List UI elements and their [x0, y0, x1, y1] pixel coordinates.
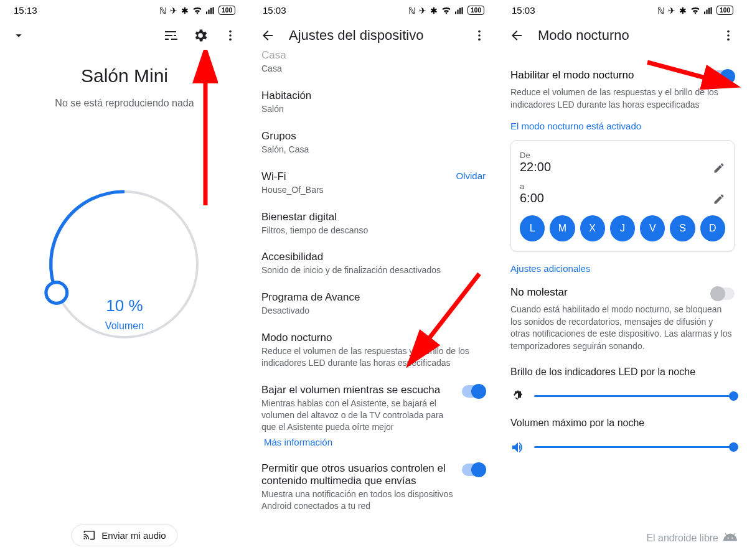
app-bar: Modo nocturno [498, 18, 747, 53]
more-icon[interactable] [720, 27, 737, 44]
svg-point-7 [478, 34, 481, 37]
status-bar: 15:13 ℕ ✈ ✱ 100 [0, 0, 249, 18]
allow-control-toggle[interactable] [462, 464, 486, 476]
volume-label: Volumen [44, 320, 205, 332]
wifi-icon [192, 7, 202, 14]
more-icon[interactable] [471, 27, 488, 44]
cast-audio-button[interactable]: Enviar mi audio [71, 525, 177, 546]
playback-status: No se está reproduciendo nada [0, 98, 249, 109]
enable-night-label: Habilitar el modo nocturno [510, 69, 634, 82]
gear-icon[interactable] [192, 27, 209, 44]
volume-value: 10 % [44, 296, 205, 315]
dnd-toggle[interactable] [711, 287, 735, 300]
edit-from-icon[interactable] [713, 162, 725, 174]
battery-indicator: 100 [716, 6, 733, 15]
status-icons: ℕ ✈ ✱ 100 [408, 6, 484, 16]
dnd-label: No molestar [510, 286, 568, 299]
wifi-icon [441, 7, 451, 14]
svg-point-6 [478, 30, 481, 33]
enable-night-desc: Reduce el volumen de las respuestas y el… [510, 86, 735, 111]
signal-icon [455, 7, 464, 14]
day-chip[interactable]: L [520, 215, 545, 241]
schedule-to-row[interactable]: a 6:00 [520, 179, 725, 210]
app-bar [0, 18, 249, 53]
day-chip[interactable]: V [640, 215, 665, 241]
lower-volume-toggle[interactable] [462, 385, 486, 398]
back-button[interactable] [259, 27, 276, 44]
equalizer-button[interactable] [162, 27, 179, 44]
status-icons: ℕ ✈ ✱ 100 [159, 6, 235, 16]
bluetooth-icon: ✱ [181, 6, 189, 16]
schedule-from-row[interactable]: De 22:00 [520, 148, 725, 179]
svg-point-0 [229, 30, 232, 33]
dnd-icon: ✈ [419, 6, 426, 16]
device-title: Salón Mini [0, 65, 249, 86]
led-brightness-slider[interactable] [510, 389, 735, 404]
status-time: 15:13 [14, 5, 37, 16]
svg-point-11 [727, 34, 730, 37]
status-bar: 15:03 ℕ ✈ ✱ 100 [498, 0, 747, 18]
settings-list: Casa Casa Habitación Salón Grupos Salón,… [249, 49, 498, 519]
list-item-room[interactable]: Habitación Salón [261, 82, 486, 123]
list-item-wifi[interactable]: Wi-Fi House_Of_Bars Olvidar [261, 163, 486, 203]
dnd-desc: Cuando está habilitado el modo nocturno,… [510, 304, 735, 352]
max-volume-slider[interactable] [510, 440, 735, 455]
wifi-icon [690, 7, 700, 14]
page-title: Ajustes del dispositivo [289, 27, 458, 44]
night-status-link[interactable]: El modo nocturno está activado [510, 121, 735, 131]
back-button[interactable] [508, 27, 525, 44]
night-mode-body: Habilitar el modo nocturno Reduce el vol… [498, 69, 747, 455]
list-item-preview[interactable]: Programa de Avance Desactivado [261, 284, 486, 324]
signal-icon [206, 7, 215, 14]
status-time: 15:03 [263, 5, 286, 16]
day-chip[interactable]: S [670, 215, 695, 241]
wifi-forget-link[interactable]: Olvidar [456, 170, 486, 181]
cast-icon [83, 531, 95, 541]
collapse-button[interactable] [10, 27, 27, 44]
dnd-icon: ✈ [668, 6, 675, 16]
android-icon [722, 531, 738, 545]
day-chip[interactable]: J [610, 215, 635, 241]
enable-night-toggle[interactable] [711, 70, 735, 83]
list-item-wellbeing[interactable]: Bienestar digital Filtros, tiempo de des… [261, 203, 486, 244]
more-icon[interactable] [222, 27, 239, 44]
panel-night-mode: 15:03 ℕ ✈ ✱ 100 Modo nocturno Habilitar … [498, 0, 747, 560]
list-item-groups[interactable]: Grupos Salón, Casa [261, 123, 486, 163]
app-bar: Ajustes del dispositivo [249, 18, 498, 53]
battery-indicator: 100 [218, 6, 235, 15]
schedule-card: De 22:00 a 6:00 L M X J [510, 140, 735, 252]
bluetooth-icon: ✱ [679, 6, 687, 16]
list-item-night-mode[interactable]: Modo nocturno Reduce el volumen de las r… [261, 324, 486, 376]
more-info-link[interactable]: Más información [264, 437, 486, 447]
day-chip[interactable]: X [580, 215, 605, 241]
svg-point-1 [229, 34, 232, 37]
edit-to-icon[interactable] [713, 193, 725, 205]
nfc-icon: ℕ [657, 6, 664, 16]
battery-indicator: 100 [467, 6, 484, 15]
nfc-icon: ℕ [159, 6, 166, 16]
dnd-icon: ✈ [170, 6, 177, 16]
extra-settings-link[interactable]: Ajustes adicionales [510, 263, 735, 274]
list-item-lower-volume[interactable]: Bajar el volumen mientras se escucha Mie… [261, 376, 486, 455]
page-title: Modo nocturno [538, 27, 707, 44]
svg-point-8 [478, 39, 481, 41]
max-volume-label: Volumen máximo por la noche [510, 418, 735, 429]
day-chip[interactable]: M [550, 215, 575, 241]
volume-dial[interactable]: 10 % Volumen [44, 184, 205, 345]
list-item-allow-control[interactable]: Permitir que otros usuarios controlen el… [261, 455, 486, 520]
list-item[interactable]: Casa Casa [261, 49, 486, 82]
brightness-icon [510, 389, 525, 404]
status-bar: 15:03 ℕ ✈ ✱ 100 [249, 0, 498, 18]
nfc-icon: ℕ [408, 6, 415, 16]
list-item-accessibility[interactable]: Accesibilidad Sonido de inicio y de fina… [261, 243, 486, 284]
led-brightness-label: Brillo de los indicadores LED por la noc… [510, 366, 735, 378]
day-picker: L M X J V S D [520, 215, 725, 241]
status-time: 15:03 [512, 5, 535, 16]
day-chip[interactable]: D [700, 215, 725, 241]
svg-point-2 [229, 39, 232, 41]
signal-icon [704, 7, 713, 14]
volume-icon [510, 440, 525, 455]
panel-device-player: 15:13 ℕ ✈ ✱ 100 Salón Mini No se [0, 0, 249, 560]
watermark: El androide libre [646, 531, 738, 545]
svg-point-10 [727, 30, 730, 33]
